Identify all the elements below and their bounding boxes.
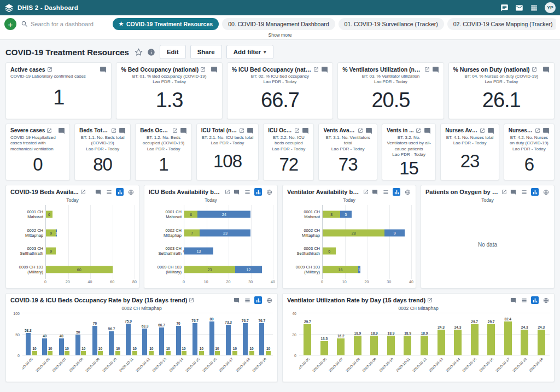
comment-icon[interactable] [94,188,102,196]
bar[interactable] [159,327,164,355]
bar-segment-available[interactable]: 6 [46,210,52,218]
bar-segment-in-use[interactable]: 9 [384,229,404,236]
open-in-new-icon[interactable] [225,189,230,195]
star-icon[interactable] [135,48,143,56]
bar[interactable] [98,351,103,355]
table-view-icon[interactable] [520,188,528,196]
bar[interactable] [487,324,495,355]
map-view-icon[interactable] [404,188,411,196]
bar[interactable] [42,338,47,355]
comment-icon[interactable] [302,127,309,134]
info-icon[interactable] [147,48,155,56]
add-filter-button[interactable]: Add filter ▾ [226,45,273,59]
bar-segment-available[interactable]: 6 [184,210,197,218]
map-view-icon[interactable] [542,188,550,196]
bar[interactable] [209,321,214,355]
dashboard-search-input[interactable] [31,21,106,27]
dashboard-chip[interactable]: 00. COVID-19 Management Dashboard [222,18,335,30]
bar[interactable] [92,326,97,355]
comment-icon[interactable] [365,127,372,134]
table-view-icon[interactable] [243,296,251,304]
interpretations-icon[interactable] [500,4,509,12]
bar-segment-occupied[interactable]: 24 [197,210,250,218]
table-view-icon[interactable] [520,296,528,304]
comment-icon[interactable] [432,66,439,73]
bar[interactable] [259,323,264,355]
open-in-new-icon[interactable] [294,128,300,133]
chart-view-icon[interactable] [393,188,400,196]
bar[interactable] [538,330,545,355]
map-view-icon[interactable] [542,296,550,304]
chart-view-icon[interactable] [531,188,539,196]
bar-segment-occupied[interactable]: 12 [235,266,262,273]
bar[interactable] [166,351,171,355]
dashboard-chip[interactable]: 01. COVID-19 Surveillance (Tracker) [339,18,444,30]
show-more-button[interactable]: Show more [4,30,556,39]
chart-view-icon[interactable] [531,296,539,304]
map-view-icon[interactable] [265,188,273,196]
comment-icon[interactable] [542,127,550,134]
chart-view-icon[interactable] [254,296,262,304]
bar-segment-available[interactable]: 6 [323,248,336,255]
bar[interactable] [521,330,528,355]
bar[interactable] [142,329,147,355]
bar[interactable] [176,326,181,355]
open-in-new-icon[interactable] [313,67,319,72]
bar[interactable] [32,351,37,355]
open-in-new-icon[interactable] [416,128,421,133]
table-view-icon[interactable] [105,188,113,196]
bar-segment-available[interactable]: 28 [323,229,384,236]
comment-icon[interactable] [424,127,431,134]
bar[interactable] [109,331,114,355]
comment-icon[interactable] [487,127,494,134]
table-view-icon[interactable] [243,188,251,196]
bar[interactable] [421,336,428,355]
open-in-new-icon[interactable] [46,128,52,133]
chart-view-icon[interactable] [254,188,262,196]
bar-segment-occupied[interactable]: 23 [200,229,250,236]
bar-segment-available[interactable]: 9 [46,248,56,255]
bar[interactable] [115,351,120,355]
bar-segment-in-use[interactable]: 1 [358,266,360,273]
messages-icon[interactable] [515,4,523,12]
comment-icon[interactable] [211,66,218,73]
bar[interactable] [266,351,271,355]
map-view-icon[interactable] [265,296,273,304]
open-in-new-icon[interactable] [501,189,507,195]
dashboard-chip[interactable]: 02. COVID-19 Case Mapping (Tracker) [447,18,556,30]
bar[interactable] [471,324,479,355]
bar[interactable] [192,323,197,355]
dhis2-logo-icon[interactable] [4,3,14,13]
bar-segment-occupied[interactable]: 13 [184,248,213,255]
bar[interactable] [249,351,254,355]
comment-icon[interactable] [542,66,550,73]
bar-segment-available[interactable]: 16 [323,266,358,273]
comment-icon[interactable] [247,127,254,134]
bar-segment-available[interactable]: 23 [184,266,235,273]
bar[interactable] [454,330,462,355]
bar[interactable] [404,336,411,355]
comment-icon[interactable] [180,127,187,134]
bar[interactable] [81,351,86,355]
bar[interactable] [370,336,378,355]
bar[interactable] [438,330,445,355]
open-in-new-icon[interactable] [80,189,86,195]
comment-icon[interactable] [58,127,65,134]
bar[interactable] [59,338,64,355]
apps-icon[interactable] [530,4,538,12]
open-in-new-icon[interactable] [239,128,244,133]
bar[interactable] [387,336,395,355]
bar-segment-in-use[interactable]: 5 [340,210,351,218]
bar[interactable] [149,351,154,355]
bar[interactable] [337,338,345,355]
new-dashboard-button[interactable]: + [4,18,16,30]
map-view-icon[interactable] [127,188,135,196]
table-view-icon[interactable] [382,188,389,196]
dashboard-chip-selected[interactable]: ★COVID-19 Treatment Resources [113,18,219,30]
open-in-new-icon[interactable] [532,67,537,72]
bar[interactable] [504,321,512,355]
edit-button[interactable]: Edit [160,45,186,59]
bar[interactable] [232,351,237,355]
comment-icon[interactable] [509,188,517,196]
bar-segment-available[interactable]: 60 [46,266,113,273]
